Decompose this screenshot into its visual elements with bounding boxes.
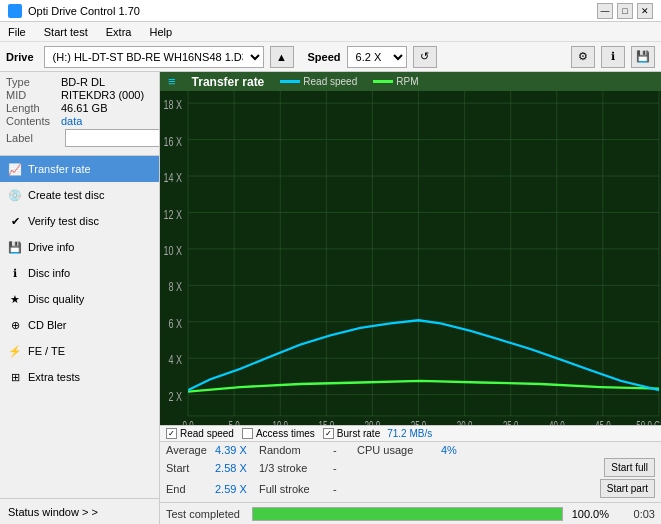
bler-icon: ⊕ <box>8 318 22 332</box>
svg-text:16 X: 16 X <box>164 134 183 148</box>
eject-button[interactable]: ▲ <box>270 46 294 68</box>
start-part-button[interactable]: Start part <box>600 479 655 498</box>
menu-item-help[interactable]: Help <box>145 25 176 39</box>
sidebar: TypeBD-R DL MIDRITEKDR3 (000) Length46.6… <box>0 72 160 524</box>
legend-read-speed: Read speed <box>280 76 357 87</box>
svg-text:25.0: 25.0 <box>411 419 427 425</box>
progress-track <box>252 507 563 521</box>
svg-text:10 X: 10 X <box>164 243 183 257</box>
burst-rate-checkbox-item[interactable]: ✓ Burst rate 71.2 MB/s <box>323 428 432 439</box>
close-button[interactable]: ✕ <box>637 3 653 19</box>
drive-icon: 💾 <box>8 240 22 254</box>
nav-label-verify-test-disc: Verify test disc <box>28 215 99 227</box>
nav-item-extra-tests[interactable]: ⊞Extra tests <box>0 364 159 390</box>
data-row-average: Average 4.39 X Random - CPU usage 4% <box>166 444 655 456</box>
svg-text:6 X: 6 X <box>169 316 183 330</box>
nav-item-transfer-rate[interactable]: 📈Transfer rate <box>0 156 159 182</box>
nav-label-cd-bler: CD Bler <box>28 319 67 331</box>
burst-rate-value: 71.2 MB/s <box>387 428 432 439</box>
verify-icon: ✔ <box>8 214 22 228</box>
disc-icon: 💿 <box>8 188 22 202</box>
start-full-button[interactable]: Start full <box>604 458 655 477</box>
access-times-checkbox-item[interactable]: Access times <box>242 428 315 439</box>
svg-text:5.0: 5.0 <box>229 419 240 425</box>
svg-text:0.0: 0.0 <box>182 419 193 425</box>
extra-icon: ⊞ <box>8 370 22 384</box>
progress-percent: 100.0% <box>569 508 609 520</box>
minimize-button[interactable]: — <box>597 3 613 19</box>
svg-text:10.0: 10.0 <box>272 419 288 425</box>
svg-text:20.0: 20.0 <box>365 419 381 425</box>
menu-item-start-test[interactable]: Start test <box>40 25 92 39</box>
svg-text:2 X: 2 X <box>169 389 183 403</box>
nav-item-fe-te[interactable]: ⚡FE / TE <box>0 338 159 364</box>
status-window-button[interactable]: Status window > > <box>0 498 159 524</box>
data-row-end: End 2.59 X Full stroke - Start part <box>166 479 655 498</box>
nav-label-disc-quality: Disc quality <box>28 293 84 305</box>
chart-header: ≡ Transfer rate Read speed RPM <box>160 72 661 91</box>
read-speed-checkbox[interactable]: ✓ <box>166 428 177 439</box>
menu-item-file[interactable]: File <box>4 25 30 39</box>
svg-text:8 X: 8 X <box>169 280 183 294</box>
speed-select[interactable]: 6.2 X <box>347 46 407 68</box>
settings-button[interactable]: ⚙ <box>571 46 595 68</box>
svg-text:30.0: 30.0 <box>457 419 473 425</box>
nav-item-disc-info[interactable]: ℹDisc info <box>0 260 159 286</box>
nav-label-disc-info: Disc info <box>28 267 70 279</box>
nav-item-drive-info[interactable]: 💾Drive info <box>0 234 159 260</box>
svg-text:14 X: 14 X <box>164 170 183 184</box>
access-times-stat-label: Access times <box>256 428 315 439</box>
menu-item-extra[interactable]: Extra <box>102 25 136 39</box>
nav-label-create-test-disc: Create test disc <box>28 189 104 201</box>
disc-panel: TypeBD-R DL MIDRITEKDR3 (000) Length46.6… <box>0 72 159 156</box>
nav-item-cd-bler[interactable]: ⊕CD Bler <box>0 312 159 338</box>
drive-label: Drive <box>6 51 34 63</box>
svg-text:45.0: 45.0 <box>595 419 611 425</box>
nav-label-extra-tests: Extra tests <box>28 371 80 383</box>
chart-container: ≡ Transfer rate Read speed RPM 18 X <box>160 72 661 425</box>
legend-rpm: RPM <box>373 76 418 87</box>
stats-bar: ✓ Read speed Access times ✓ Burst rate 7… <box>160 425 661 441</box>
status-text: Test completed <box>166 508 246 520</box>
drive-toolbar: Drive (H:) HL-DT-ST BD-RE WH16NS48 1.D3 … <box>0 42 661 72</box>
progress-bar-area: Test completed 100.0% 0:03 <box>160 502 661 524</box>
app-icon <box>8 4 22 18</box>
chart-body: 18 X 16 X 14 X 12 X 10 X 8 X 6 X 4 X 2 X <box>160 91 661 425</box>
nav-item-verify-test-disc[interactable]: ✔Verify test disc <box>0 208 159 234</box>
title-bar: Opti Drive Control 1.70 — □ ✕ <box>0 0 661 22</box>
menu-bar: FileStart testExtraHelp <box>0 22 661 42</box>
data-rows: Average 4.39 X Random - CPU usage 4% Sta… <box>160 441 661 502</box>
read-speed-stat-label: Read speed <box>180 428 234 439</box>
svg-text:50.0 GB: 50.0 GB <box>636 419 661 425</box>
quality-icon: ★ <box>8 292 22 306</box>
burst-rate-checkbox[interactable]: ✓ <box>323 428 334 439</box>
main-layout: TypeBD-R DL MIDRITEKDR3 (000) Length46.6… <box>0 72 661 524</box>
app-title: Opti Drive Control 1.70 <box>28 5 140 17</box>
svg-text:12 X: 12 X <box>164 207 183 221</box>
info-button[interactable]: ℹ <box>601 46 625 68</box>
nav-label-transfer-rate: Transfer rate <box>28 163 91 175</box>
read-speed-checkbox-item[interactable]: ✓ Read speed <box>166 428 234 439</box>
speed-label: Speed <box>308 51 341 63</box>
svg-text:4 X: 4 X <box>169 352 183 366</box>
progress-time: 0:03 <box>615 508 655 520</box>
save-button[interactable]: 💾 <box>631 46 655 68</box>
svg-text:15.0: 15.0 <box>319 419 335 425</box>
nav-items: 📈Transfer rate💿Create test disc✔Verify t… <box>0 156 159 498</box>
svg-text:18 X: 18 X <box>164 97 183 111</box>
fe-icon: ⚡ <box>8 344 22 358</box>
label-input[interactable] <box>65 129 160 147</box>
disc-info-icon: ℹ <box>8 266 22 280</box>
nav-item-disc-quality[interactable]: ★Disc quality <box>0 286 159 312</box>
refresh-button[interactable]: ↺ <box>413 46 437 68</box>
data-row-start: Start 2.58 X 1/3 stroke - Start full <box>166 458 655 477</box>
chart-icon: 📈 <box>8 162 22 176</box>
nav-item-create-test-disc[interactable]: 💿Create test disc <box>0 182 159 208</box>
access-times-checkbox[interactable] <box>242 428 253 439</box>
nav-label-fe-te: FE / TE <box>28 345 65 357</box>
svg-text:40.0: 40.0 <box>549 419 565 425</box>
svg-rect-3 <box>160 91 661 425</box>
drive-select[interactable]: (H:) HL-DT-ST BD-RE WH16NS48 1.D3 <box>44 46 264 68</box>
maximize-button[interactable]: □ <box>617 3 633 19</box>
nav-label-drive-info: Drive info <box>28 241 74 253</box>
